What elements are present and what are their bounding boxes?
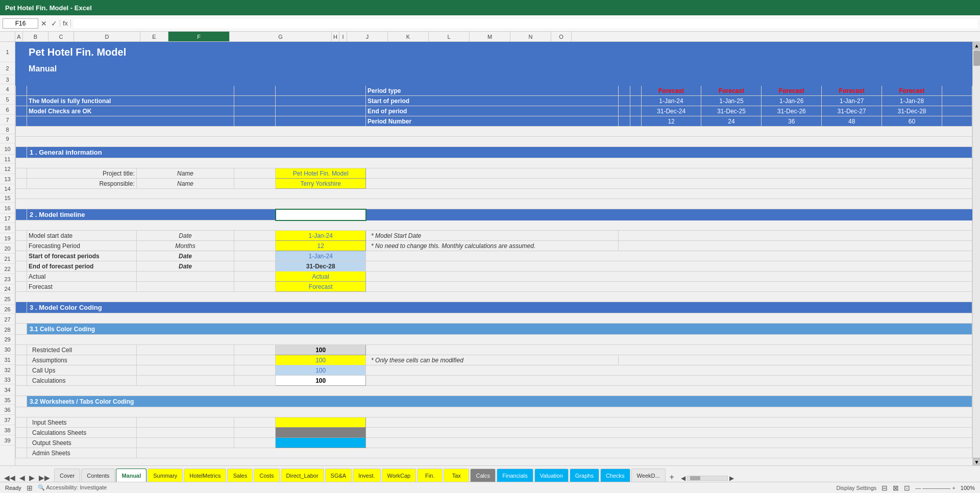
tab-checks[interactable]: Checks (600, 469, 630, 482)
tab-costs[interactable]: Costs (254, 469, 279, 482)
tab-sga[interactable]: SG&A (325, 469, 352, 482)
rownum-9: 9 (0, 134, 15, 143)
r19-rest (619, 241, 972, 251)
tab-tax[interactable]: Tax (444, 469, 469, 482)
sheet-nav-left[interactable]: ◀◀ (3, 474, 17, 482)
tab-hotelmetrics[interactable]: HotelMetrics (184, 469, 226, 482)
r30-value[interactable]: 100 (276, 355, 366, 365)
r2-a (16, 63, 27, 76)
r5-i (630, 96, 641, 106)
rownum-25: 25 (0, 293, 15, 305)
rownum-6: 6 (0, 105, 15, 115)
r32-value: 100 (276, 376, 366, 386)
r13-e (234, 179, 276, 189)
tab-weekd[interactable]: WeekD... (631, 469, 666, 482)
col-b: B (23, 32, 48, 41)
tab-cover[interactable]: Cover (54, 469, 80, 482)
r23-a (16, 282, 27, 292)
tab-calcs[interactable]: Calcs (470, 469, 496, 482)
rownum-29: 29 (0, 334, 15, 344)
rownum-15: 15 (0, 193, 15, 203)
r22-value[interactable]: Actual (276, 272, 366, 282)
r15-empty (16, 199, 972, 209)
view-normal-icon[interactable]: ⊟ (881, 484, 888, 492)
r4-l-forecast: Forecast (762, 86, 822, 96)
r19-note: * No need to change this. Monthly calcul… (366, 241, 619, 251)
r22-a (16, 272, 27, 282)
formula-bar-icons: ✕ ✓ (41, 19, 57, 28)
sheet-nav-prev[interactable]: ◀ (18, 474, 27, 482)
r4-i (630, 86, 641, 96)
r36-color (276, 417, 366, 428)
view-page-layout-icon[interactable]: ⊠ (893, 484, 899, 492)
r13-value[interactable]: Terry Yorkshire (276, 179, 366, 189)
tab-bar: ◀◀ ◀ ▶ ▶▶ Cover Contents Manual Summary … (0, 465, 980, 482)
r7-m-num: 48 (822, 116, 882, 127)
zoom-level: 100% (961, 485, 975, 491)
r29-label: Restricted Cell (27, 345, 137, 355)
grid[interactable]: Pet Hotel Fin. Model Manual (15, 42, 972, 465)
r23-value[interactable]: Forecast (276, 282, 366, 292)
r7-a (16, 116, 27, 127)
tab-fin[interactable]: Fin. (417, 469, 443, 482)
col-l: L (429, 32, 470, 41)
tab-graphs[interactable]: Graphs (570, 469, 599, 482)
r32-d (136, 376, 234, 386)
r18-value[interactable]: 1-Jan-24 (276, 231, 366, 241)
hscroll-right[interactable]: ▶ (729, 475, 734, 482)
r20-value[interactable]: 1-Jan-24 (276, 251, 366, 261)
rownum-10: 10 (0, 143, 15, 155)
r19-a (16, 241, 27, 251)
rownum-37: 37 (0, 415, 15, 425)
name-box[interactable] (3, 18, 38, 29)
r37-color (276, 428, 366, 438)
sheet-nav-next[interactable]: ▶ (28, 474, 36, 482)
r31-d (136, 365, 234, 376)
r20-rest (366, 251, 972, 261)
confirm-icon[interactable]: ✓ (51, 19, 57, 28)
tab-summary[interactable]: Summary (148, 469, 183, 482)
r19-value[interactable]: 12 (276, 241, 366, 251)
r4-j-forecast: Forecast (641, 86, 701, 96)
r21-type: Date (136, 261, 234, 272)
view-page-break-icon[interactable]: ⊡ (904, 484, 910, 492)
r21-rest (366, 261, 972, 272)
tab-workcap[interactable]: WorkCap (382, 469, 416, 482)
r16-section: 2 . Model timeline (27, 209, 276, 220)
r5-start-period: Start of period (366, 96, 619, 106)
r23-label: Forecast (27, 282, 137, 292)
tab-contents[interactable]: Contents (81, 469, 115, 482)
display-settings[interactable]: Display Settings (836, 485, 876, 491)
add-sheet-icon[interactable]: + (668, 473, 676, 482)
r23-rest (366, 282, 972, 292)
tab-invest[interactable]: Invest. (353, 469, 380, 482)
tab-financials[interactable]: Financials (497, 469, 533, 482)
r38-label: Output Sheets (27, 438, 137, 448)
hscroll-left[interactable]: ◀ (681, 475, 685, 482)
zoom-slider[interactable]: — ————— + (915, 485, 955, 491)
r17-empty (16, 220, 972, 231)
tab-manual[interactable]: Manual (116, 469, 146, 482)
column-headers: A B C D E F G H I J K L M N O (0, 32, 980, 42)
page-view-normal[interactable]: ⊞ (27, 484, 33, 492)
tab-valuation[interactable]: Valuation (534, 469, 569, 482)
sheet-nav-right[interactable]: ▶▶ (37, 474, 52, 482)
cancel-icon[interactable]: ✕ (41, 19, 47, 28)
r18-a (16, 231, 27, 241)
r31-label: Call Ups (27, 365, 137, 376)
tab-sales[interactable]: Sales (227, 469, 253, 482)
r1-a (16, 42, 27, 63)
r19-type: Months (136, 241, 234, 251)
col-i: I (339, 32, 347, 41)
accessibility-label[interactable]: 🔍 Accessibility: Investigate (38, 484, 107, 491)
r7-o (942, 116, 972, 127)
r5-n-date: 1-Jan-28 (882, 96, 942, 106)
rows-area: 1 2 3 4 5 6 7 8 9 10 11 12 13 14 15 16 1… (0, 42, 980, 465)
vertical-scrollbar[interactable]: ▲ ▼ (972, 42, 980, 465)
r16-a (16, 209, 27, 220)
tab-direct-labor[interactable]: Direct_Labor (281, 469, 324, 482)
r32-rest (366, 376, 972, 386)
formula-input[interactable] (74, 19, 977, 28)
r13-label: Responsible: (27, 179, 137, 189)
r12-value[interactable]: Pet Hotel Fin. Model (276, 168, 366, 179)
